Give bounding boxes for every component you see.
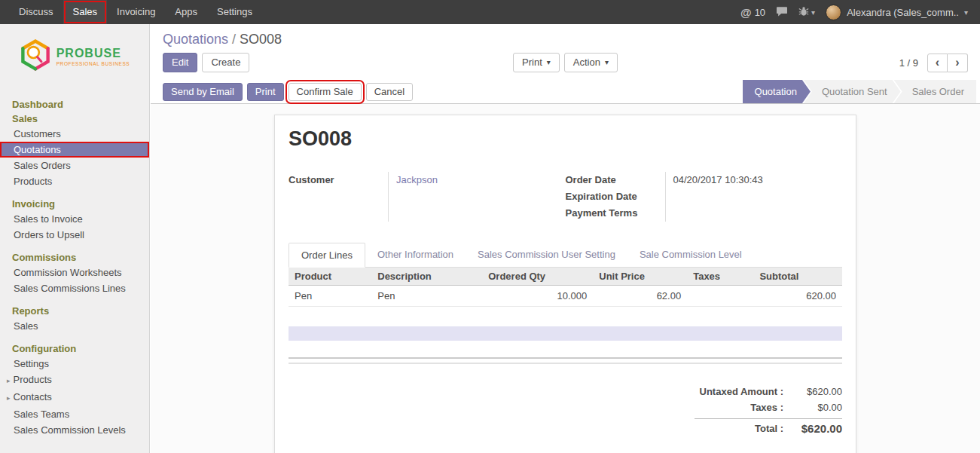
- sidebar: PROBUSE PROFESSIONAL BUSINESS Dashboard …: [0, 24, 150, 453]
- sidebar-item-quotations[interactable]: Quotations: [0, 142, 149, 158]
- debug-menu[interactable]: ▾: [798, 6, 815, 19]
- sidebar-item-sales-teams[interactable]: Sales Teams: [0, 406, 149, 422]
- sidebar-heading-invoicing[interactable]: Invoicing: [0, 197, 149, 211]
- breadcrumb: Quotations/SO008: [163, 30, 968, 48]
- chevron-down-icon: ▾: [964, 8, 968, 17]
- section-separator: [289, 357, 842, 359]
- totals-block: Untaxed Amount : $620.00 Taxes : $0.00 T…: [695, 384, 842, 436]
- action-dropdown[interactable]: Action ▾: [564, 53, 618, 72]
- action-dropdown-label: Action: [573, 57, 600, 69]
- sidebar-item-customers[interactable]: Customers: [0, 126, 149, 142]
- sidebar-item-sales-commission-levels[interactable]: Sales Commission Levels: [0, 422, 149, 438]
- col-description[interactable]: Description: [371, 268, 482, 286]
- state-sales-order[interactable]: Sales Order: [894, 80, 976, 103]
- col-unit-price[interactable]: Unit Price: [593, 268, 687, 286]
- left-field-group: Customer Jackpson: [289, 172, 566, 222]
- form-sheet: SO008 Customer Jackpson Order Date Expir…: [274, 115, 856, 453]
- total-value: $620.00: [783, 421, 842, 436]
- activity-menu[interactable]: @ 10: [740, 6, 765, 19]
- send-by-email-button[interactable]: Send by Email: [163, 83, 243, 101]
- menu-sales[interactable]: Sales: [63, 0, 108, 24]
- edit-button[interactable]: Edit: [163, 53, 197, 72]
- logo-title: PROBUSE: [56, 47, 130, 60]
- menu-invoicing[interactable]: Invoicing: [107, 0, 165, 24]
- app-menus: Discuss Sales Invoicing Apps Settings: [0, 0, 262, 24]
- menu-discuss[interactable]: Discuss: [9, 0, 63, 24]
- top-navbar: Discuss Sales Invoicing Apps Settings @ …: [0, 0, 980, 24]
- main-area: Quotations/SO008 Edit Create Print ▾ Act…: [151, 24, 980, 453]
- expand-arrow-icon[interactable]: ▸: [7, 393, 11, 404]
- tab-other-information[interactable]: Other Information: [365, 243, 466, 267]
- cell-subtotal[interactable]: 620.00: [753, 286, 842, 307]
- sidebar-item-sales-orders[interactable]: Sales Orders: [0, 158, 149, 173]
- sidebar-item-label: Contacts: [14, 391, 52, 402]
- menu-apps[interactable]: Apps: [165, 0, 207, 24]
- col-taxes[interactable]: Taxes: [687, 268, 753, 286]
- chevron-down-icon: ▾: [605, 57, 609, 69]
- sidebar-heading-sales[interactable]: Sales: [0, 112, 149, 126]
- print-button[interactable]: Print: [247, 83, 284, 101]
- tab-order-lines[interactable]: Order Lines: [289, 243, 365, 268]
- print-dropdown[interactable]: Print ▾: [513, 53, 560, 72]
- cell-ordered-qty[interactable]: 10.000: [482, 286, 593, 307]
- section-separator: [289, 363, 842, 364]
- state-quotation[interactable]: Quotation: [743, 80, 811, 103]
- total-label: Total :: [755, 421, 783, 436]
- customer-value[interactable]: Jackpson: [396, 172, 566, 188]
- confirm-sale-button[interactable]: Confirm Sale: [289, 83, 362, 101]
- cell-unit-price[interactable]: 62.00: [593, 286, 687, 307]
- sidebar-nav: Dashboard Sales Customers Quotations Sal…: [0, 85, 149, 438]
- sidebar-heading-dashboard[interactable]: Dashboard: [0, 97, 149, 112]
- sidebar-heading-commissions[interactable]: Commissions: [0, 250, 149, 265]
- col-subtotal[interactable]: Subtotal: [753, 268, 842, 286]
- control-panel: Quotations/SO008 Edit Create Print ▾ Act…: [151, 24, 980, 80]
- cell-product[interactable]: Pen: [289, 286, 371, 307]
- table-header-row: Product Description Ordered Qty Unit Pri…: [289, 268, 842, 286]
- tab-sales-commission-user-setting[interactable]: Sales Commission User Setting: [466, 243, 627, 267]
- sidebar-item-label: Products: [14, 374, 52, 385]
- chat-bubble-icon: [776, 6, 788, 19]
- sidebar-item-commission-worksheets[interactable]: Commission Worksheets: [0, 265, 149, 280]
- messages-menu[interactable]: [776, 6, 788, 19]
- col-ordered-qty[interactable]: Ordered Qty: [482, 268, 593, 286]
- pager-next-button[interactable]: ›: [948, 54, 968, 72]
- sidebar-heading-configuration[interactable]: Configuration: [0, 341, 149, 356]
- chevron-down-icon: ▾: [811, 8, 815, 17]
- pager-value: 1 / 9: [899, 57, 918, 69]
- table-row[interactable]: Pen Pen 10.000 62.00 620.00: [289, 286, 842, 307]
- user-name: Alexandra (Sales_comm..: [847, 7, 959, 18]
- taxes-row: Taxes : $0.00: [695, 399, 842, 415]
- payment-terms-value: [673, 205, 843, 222]
- expiration-date-value: [673, 188, 843, 205]
- sidebar-item-sales-commissions-lines[interactable]: Sales Commissions Lines: [0, 280, 149, 296]
- sidebar-item-config-products[interactable]: ▸Products: [0, 372, 149, 389]
- create-button[interactable]: Create: [202, 53, 249, 72]
- control-panel-buttons: Edit Create Print ▾ Action ▾ 1 / 9 ‹ ›: [163, 53, 968, 72]
- menu-settings[interactable]: Settings: [207, 0, 262, 24]
- form-view-scroll[interactable]: SO008 Customer Jackpson Order Date Expir…: [151, 104, 980, 453]
- col-product[interactable]: Product: [289, 268, 371, 286]
- sidebar-heading-reports[interactable]: Reports: [0, 304, 149, 318]
- empty-order-line-row[interactable]: [289, 326, 842, 341]
- sidebar-item-config-settings[interactable]: Settings: [0, 356, 149, 372]
- status-pipeline: Quotation Quotation Sent Sales Order: [743, 80, 976, 103]
- cell-taxes[interactable]: [687, 286, 753, 307]
- state-quotation-sent[interactable]: Quotation Sent: [804, 80, 901, 103]
- sidebar-item-reports-sales[interactable]: Sales: [0, 318, 149, 334]
- cell-description[interactable]: Pen: [371, 286, 482, 307]
- customer-label: Customer: [289, 172, 388, 188]
- untaxed-amount-row: Untaxed Amount : $620.00: [695, 384, 842, 399]
- print-dropdown-label: Print: [522, 57, 542, 69]
- avatar: [826, 5, 841, 20]
- user-menu[interactable]: Alexandra (Sales_comm.. ▾: [826, 5, 968, 20]
- app-logo[interactable]: PROBUSE PROFESSIONAL BUSINESS: [0, 24, 149, 85]
- tab-sale-commission-level[interactable]: Sale Commission Level: [627, 243, 754, 267]
- sidebar-item-products[interactable]: Products: [0, 173, 149, 189]
- sidebar-item-config-contacts[interactable]: ▸Contacts: [0, 389, 149, 406]
- expand-arrow-icon[interactable]: ▸: [7, 375, 11, 387]
- pager-previous-button[interactable]: ‹: [927, 54, 948, 72]
- sidebar-item-orders-to-upsell[interactable]: Orders to Upsell: [0, 227, 149, 243]
- cancel-button[interactable]: Cancel: [366, 83, 413, 101]
- breadcrumb-parent[interactable]: Quotations: [163, 32, 228, 47]
- sidebar-item-sales-to-invoice[interactable]: Sales to Invoice: [0, 211, 149, 227]
